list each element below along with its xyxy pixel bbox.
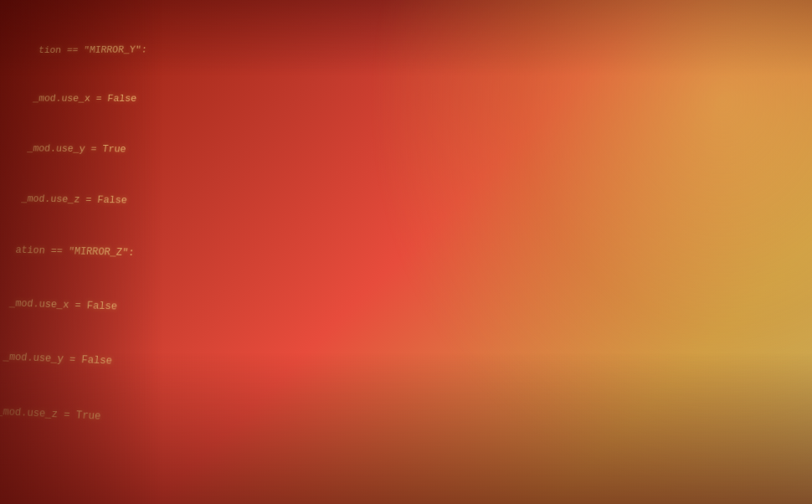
code-line: _mod.use_x = False <box>9 91 522 109</box>
code-line <box>0 457 517 504</box>
code-line: _mod.use_x = False <box>0 294 520 329</box>
code-line: _mod.use_y = False <box>0 347 519 388</box>
code-line: _mod.use_z = False <box>0 190 521 216</box>
code-wrapper: tion == "MIRROR_Y": _mod.use_x = False _… <box>0 11 812 504</box>
screen: tion == "MIRROR_Y": _mod.use_x = False _… <box>0 0 812 504</box>
code-line: tion == "MIRROR_Y": <box>15 39 522 59</box>
code-line: _mod.use_z = True <box>0 402 518 447</box>
code-line: _mod.use_y = True <box>3 140 522 162</box>
code-line: ation == "MIRROR_Z": <box>0 241 521 271</box>
code-block: tion == "MIRROR_Y": _mod.use_x = False _… <box>0 0 540 504</box>
